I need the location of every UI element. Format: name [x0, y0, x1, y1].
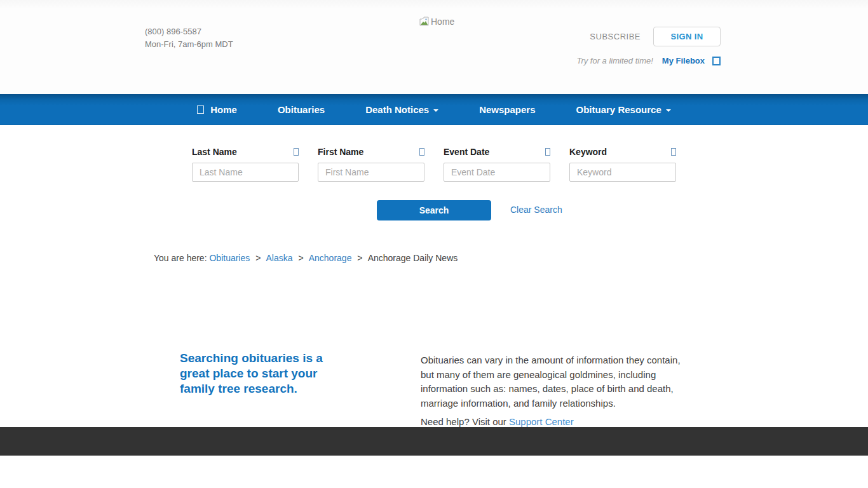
phone-number: (800) 896-5587: [145, 25, 233, 38]
nav-item-obituary-resource[interactable]: Obituary Resource: [556, 94, 691, 125]
event-date-field-group: Event Date: [444, 147, 550, 182]
nav-item-obituaries-label: Obituaries: [278, 104, 325, 115]
filebox-row: Try for a limited time! My Filebox: [576, 56, 721, 65]
subscribe-link[interactable]: SUBSCRIBE: [590, 32, 641, 41]
info-icon[interactable]: [545, 148, 550, 156]
obituary-search-form: Last Name First Name Event Date: [0, 125, 868, 220]
home-icon: [197, 105, 204, 114]
breadcrumb-link-alaska[interactable]: Alaska: [266, 253, 292, 263]
keyword-field-group: Keyword: [569, 147, 676, 182]
support-center-link[interactable]: Support Center: [509, 416, 574, 427]
event-date-input[interactable]: [444, 163, 550, 182]
nav-item-newspapers-label: Newspapers: [479, 104, 535, 115]
nav-item-newspapers[interactable]: Newspapers: [459, 94, 555, 125]
info-icon[interactable]: [419, 148, 424, 156]
first-name-field-group: First Name: [318, 147, 424, 182]
support-hours: Mon-Fri, 7am-6pm MDT: [145, 38, 233, 51]
site-header: (800) 896-5587 Mon-Fri, 7am-6pm MDT Home…: [0, 0, 868, 94]
signin-row: SUBSCRIBE SIGN IN: [576, 27, 721, 46]
intro-paragraph: Obituaries can vary in the amount of inf…: [421, 353, 681, 410]
search-button[interactable]: Search: [377, 200, 491, 220]
help-line: Need help? Visit our Support Center: [421, 416, 681, 427]
intro-heading-column: Searching obituaries is a great place to…: [180, 351, 336, 427]
nav-item-obituary-resource-label: Obituary Resource: [576, 104, 661, 115]
last-name-field-group: Last Name: [192, 147, 299, 182]
logo-alt-text: Home: [431, 17, 454, 27]
search-fields-row: Last Name First Name Event Date: [0, 147, 868, 182]
keyword-label: Keyword: [569, 147, 607, 157]
nav-item-obituaries[interactable]: Obituaries: [257, 94, 345, 125]
intro-content: Searching obituaries is a great place to…: [135, 351, 733, 427]
main-navigation: Home Obituaries Death Notices Newspapers…: [0, 94, 868, 125]
promo-text: Try for a limited time!: [576, 56, 653, 65]
header-account-area: SUBSCRIBE SIGN IN Try for a limited time…: [576, 27, 721, 65]
nav-item-death-notices-label: Death Notices: [365, 104, 429, 115]
search-actions-row: Search Clear Search: [0, 200, 868, 220]
breadcrumb: You are here: Obituaries > Alaska > Anch…: [135, 253, 733, 263]
breadcrumb-separator: >: [357, 253, 362, 263]
nav-item-home[interactable]: Home: [177, 94, 257, 125]
sign-in-button[interactable]: SIGN IN: [653, 27, 721, 46]
site-footer: [0, 427, 868, 456]
header-container: (800) 896-5587 Mon-Fri, 7am-6pm MDT Home…: [135, 0, 733, 94]
first-name-input[interactable]: [318, 163, 424, 182]
info-icon[interactable]: [671, 148, 676, 156]
chevron-down-icon: [666, 109, 671, 112]
last-name-input[interactable]: [192, 163, 299, 182]
contact-info: (800) 896-5587 Mon-Fri, 7am-6pm MDT: [145, 25, 233, 51]
info-icon[interactable]: [294, 148, 299, 156]
my-filebox-link[interactable]: My Filebox: [662, 56, 705, 65]
broken-image-icon: [419, 16, 431, 27]
filebox-icon[interactable]: [712, 57, 721, 65]
breadcrumb-separator: >: [255, 253, 261, 263]
nav-item-death-notices[interactable]: Death Notices: [345, 94, 459, 125]
intro-text-column: Obituaries can vary in the amount of inf…: [421, 351, 681, 427]
breadcrumb-separator: >: [298, 253, 303, 263]
event-date-label: Event Date: [444, 147, 489, 157]
intro-heading: Searching obituaries is a great place to…: [180, 351, 336, 396]
breadcrumb-prefix: You are here:: [154, 253, 207, 263]
clear-search-link[interactable]: Clear Search: [510, 205, 562, 215]
page-main: Last Name First Name Event Date: [0, 125, 868, 427]
breadcrumb-current: Anchorage Daily News: [368, 253, 458, 263]
last-name-label: Last Name: [192, 147, 237, 157]
breadcrumb-link-anchorage[interactable]: Anchorage: [309, 253, 352, 263]
nav-item-home-label: Home: [210, 104, 237, 115]
keyword-input[interactable]: [569, 163, 676, 182]
chevron-down-icon: [433, 109, 438, 112]
site-logo-broken-image[interactable]: Home: [419, 16, 454, 27]
breadcrumb-link-obituaries[interactable]: Obituaries: [209, 253, 250, 263]
first-name-label: First Name: [318, 147, 363, 157]
help-prefix: Need help? Visit our: [421, 416, 506, 427]
